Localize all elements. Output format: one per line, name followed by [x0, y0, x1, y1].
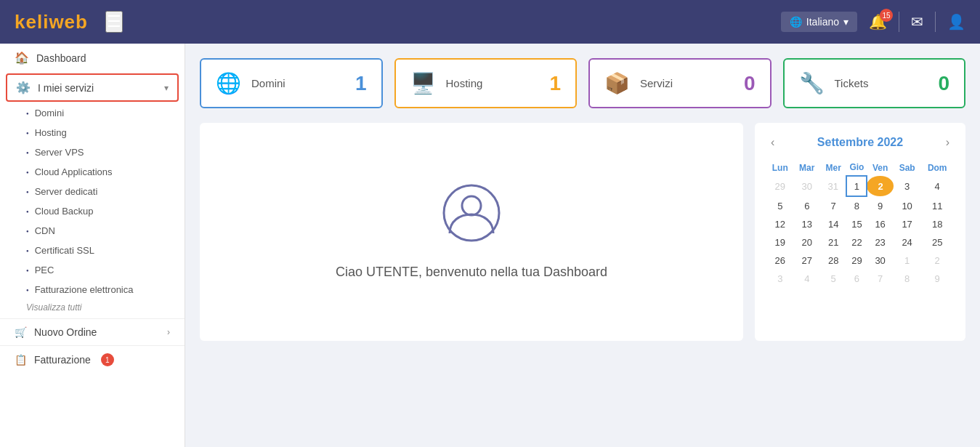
see-all-link[interactable]: Visualizza tutti [0, 299, 185, 318]
servizi-count: 0 [744, 72, 756, 95]
cart-icon: 🛒 [15, 326, 27, 338]
table-row: 29 30 31 1 2 3 4 [766, 176, 954, 196]
domini-label: Domini [35, 108, 64, 118]
calendar-next-button[interactable]: › [941, 134, 954, 150]
sidebar-sub-pec[interactable]: PEC [0, 260, 185, 280]
cal-cell[interactable]: 18 [920, 215, 954, 233]
mail-button[interactable]: ✉ [911, 13, 923, 31]
calendar-title: Settembre 2022 [817, 136, 903, 149]
sidebar-sub-server-vps[interactable]: Server VPS [0, 142, 185, 162]
table-row: 12 13 14 15 16 17 18 [766, 215, 954, 233]
cal-cell[interactable]: 31 [820, 176, 846, 196]
cal-cell-today[interactable]: 1 [846, 176, 867, 196]
cal-cell[interactable]: 7 [820, 196, 846, 215]
server-dedicati-label: Server dedicati [35, 186, 98, 197]
cal-cell[interactable]: 4 [794, 270, 820, 288]
tickets-label: Tickets [835, 77, 928, 89]
cloud-applications-label: Cloud Applications [35, 166, 113, 177]
cal-cell[interactable]: 9 [867, 196, 893, 215]
servizi-icon: 📦 [604, 71, 630, 95]
cal-cell[interactable]: 30 [867, 251, 893, 270]
stat-card-servizi[interactable]: 📦 Servizi 0 [588, 58, 772, 108]
cal-cell[interactable]: 5 [766, 196, 794, 215]
cal-cell[interactable]: 2 [920, 251, 954, 270]
stat-card-domini[interactable]: 🌐 Domini 1 [200, 58, 383, 108]
cal-cell[interactable]: 19 [766, 233, 794, 251]
cal-cell[interactable]: 6 [846, 270, 867, 288]
notifications-button[interactable]: 🔔 15 [869, 13, 887, 31]
sidebar-sub-cdn[interactable]: CDN [0, 221, 185, 241]
sidebar-item-my-services[interactable]: ⚙️ I miei servizi ▾ [6, 73, 179, 102]
tickets-icon: 🔧 [799, 71, 825, 95]
sidebar-sub-cloud-backup[interactable]: Cloud Backup [0, 201, 185, 221]
cal-cell[interactable]: 1 [894, 251, 921, 270]
cal-cell[interactable]: 29 [766, 176, 794, 196]
cal-day-ven: Ven [867, 159, 893, 176]
sidebar-sub-server-dedicati[interactable]: Server dedicati [0, 182, 185, 201]
calendar-card: ‹ Settembre 2022 › Lun Mar Mer Gio Ven S… [755, 123, 965, 341]
cal-cell[interactable]: 29 [846, 251, 867, 270]
cal-cell[interactable]: 12 [766, 215, 794, 233]
billing-icon: 📋 [15, 354, 27, 366]
cal-cell-selected[interactable]: 2 [867, 176, 893, 196]
svg-point-1 [462, 196, 481, 215]
cal-cell[interactable]: 8 [846, 196, 867, 215]
sidebar-sub-fatturazione-elettronica[interactable]: Fatturazione elettronica [0, 280, 185, 299]
cal-cell[interactable]: 6 [794, 196, 820, 215]
sidebar-sub-cloud-applications[interactable]: Cloud Applications [0, 162, 185, 182]
cal-cell[interactable]: 15 [846, 215, 867, 233]
cal-cell[interactable]: 26 [766, 251, 794, 270]
logo[interactable]: keliweb [15, 11, 88, 33]
stat-card-tickets[interactable]: 🔧 Tickets 0 [783, 58, 966, 108]
sidebar-item-billing[interactable]: 📋 Fatturazione 1 [0, 345, 185, 374]
logo-accent: web [49, 11, 88, 33]
user-button[interactable]: 👤 [947, 13, 965, 31]
cal-cell[interactable]: 4 [920, 176, 954, 196]
chevron-down-icon: ▾ [843, 16, 849, 28]
cal-cell[interactable]: 24 [894, 233, 921, 251]
cal-cell[interactable]: 3 [894, 176, 921, 196]
cal-cell[interactable]: 7 [867, 270, 893, 288]
globe-icon: 🌐 [790, 16, 802, 28]
cal-cell[interactable]: 20 [794, 233, 820, 251]
cal-cell[interactable]: 16 [867, 215, 893, 233]
cal-cell[interactable]: 14 [820, 215, 846, 233]
cal-day-mar: Mar [794, 159, 820, 176]
cal-day-dom: Dom [920, 159, 954, 176]
cal-cell[interactable]: 25 [920, 233, 954, 251]
calendar-prev-button[interactable]: ‹ [766, 134, 779, 150]
sidebar-item-new-order[interactable]: 🛒 Nuovo Ordine › [0, 318, 185, 345]
cal-cell[interactable]: 17 [894, 215, 921, 233]
divider [899, 12, 899, 32]
avatar-icon [442, 184, 501, 253]
cal-day-lun: Lun [766, 159, 794, 176]
cal-cell[interactable]: 11 [920, 196, 954, 215]
hosting-label: Hosting [446, 77, 540, 89]
cal-cell[interactable]: 22 [846, 233, 867, 251]
cal-cell[interactable]: 3 [766, 270, 794, 288]
cdn-label: CDN [35, 225, 55, 236]
cal-cell[interactable]: 21 [820, 233, 846, 251]
stat-card-hosting[interactable]: 🖥️ Hosting 1 [394, 58, 578, 108]
svg-point-0 [444, 185, 499, 241]
hamburger-button[interactable]: ☰ [105, 11, 123, 33]
cal-cell[interactable]: 27 [794, 251, 820, 270]
sidebar-item-dashboard[interactable]: 🏠 Dashboard [0, 44, 185, 72]
cal-cell[interactable]: 13 [794, 215, 820, 233]
cal-cell[interactable]: 30 [794, 176, 820, 196]
cal-cell[interactable]: 10 [894, 196, 921, 215]
cal-cell[interactable]: 23 [867, 233, 893, 251]
cal-cell[interactable]: 28 [820, 251, 846, 270]
services-icon: ⚙️ [16, 81, 31, 94]
welcome-card: Ciao UTENTE, benvenuto nella tua Dashboa… [200, 123, 743, 341]
sidebar-sub-certificati-ssl[interactable]: Certificati SSL [0, 241, 185, 260]
hosting-icon: 🖥️ [410, 71, 436, 95]
cal-cell[interactable]: 8 [894, 270, 921, 288]
cal-cell[interactable]: 9 [920, 270, 954, 288]
sidebar-sub-hosting[interactable]: Hosting [0, 123, 185, 142]
new-order-label: Nuovo Ordine [34, 326, 97, 338]
chevron-down-icon: ▾ [164, 83, 169, 93]
cal-cell[interactable]: 5 [820, 270, 846, 288]
language-button[interactable]: 🌐 Italiano ▾ [781, 12, 857, 32]
sidebar-sub-domini[interactable]: Domini [0, 103, 185, 123]
